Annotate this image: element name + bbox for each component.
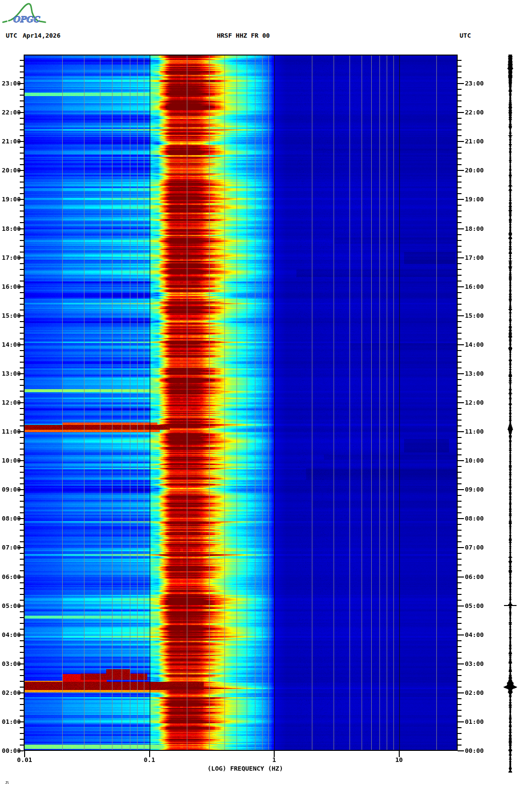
freq-tick-label-0.01: 0.01	[17, 756, 32, 763]
time-label-left-0300: 03:00	[1, 660, 21, 668]
time-label-left-0000: 00:00	[1, 747, 21, 755]
time-label-left-1900: 19:00	[1, 196, 21, 203]
time-label-right-1000: 10:00	[465, 457, 484, 465]
time-label-right-2300: 23:00	[465, 80, 484, 87]
time-label-left-2300: 23:00	[1, 80, 21, 87]
time-label-left-1300: 13:00	[1, 370, 21, 378]
time-label-right-1100: 11:00	[465, 428, 484, 436]
time-label-left-0600: 06:00	[1, 573, 21, 581]
time-label-right-2000: 20:00	[465, 167, 484, 174]
time-label-right-0700: 07:00	[465, 544, 484, 551]
time-label-right-2100: 21:00	[465, 138, 484, 145]
time-label-right-1500: 15:00	[465, 312, 484, 320]
time-label-right-0300: 03:00	[465, 660, 484, 668]
time-label-right-1700: 17:00	[465, 254, 484, 262]
time-label-left-0100: 01:00	[1, 718, 21, 726]
time-label-right-2200: 22:00	[465, 109, 484, 116]
time-label-left-1400: 14:00	[1, 341, 21, 349]
freq-tick-label-10: 10	[395, 756, 403, 763]
time-label-left-1600: 16:00	[1, 283, 21, 291]
time-label-left-1800: 18:00	[1, 225, 21, 233]
time-label-right-1200: 12:00	[465, 399, 484, 407]
time-label-left-0700: 07:00	[1, 544, 21, 551]
x-axis-title: (LOG) FREQUENCY (HZ)	[208, 765, 283, 772]
time-label-right-0000: 00:00	[465, 747, 484, 755]
time-label-right-1400: 14:00	[465, 341, 484, 349]
time-label-left-0400: 04:00	[1, 631, 21, 639]
time-label-left-0500: 05:00	[1, 602, 21, 610]
time-label-right-1300: 13:00	[465, 370, 484, 378]
freq-tick-label-0.1: 0.1	[144, 756, 155, 763]
time-label-left-1700: 17:00	[1, 254, 21, 262]
corner-mark: Jl	[5, 781, 9, 784]
time-label-right-0100: 01:00	[465, 718, 484, 726]
time-label-right-1600: 16:00	[465, 283, 484, 291]
time-label-right-0900: 09:00	[465, 486, 484, 493]
time-label-right-0200: 02:00	[465, 689, 484, 697]
time-label-right-0500: 05:00	[465, 602, 484, 610]
time-label-left-1200: 12:00	[1, 399, 21, 407]
time-label-right-0600: 06:00	[465, 573, 484, 581]
seismogram-trace-canvas	[495, 55, 526, 773]
freq-tick-label-1: 1	[272, 756, 276, 763]
axes-ticks-canvas	[0, 0, 532, 789]
time-label-left-0800: 08:00	[1, 515, 21, 522]
time-label-right-1800: 18:00	[465, 225, 484, 233]
time-label-left-2100: 21:00	[1, 138, 21, 145]
time-label-right-0800: 08:00	[465, 515, 484, 522]
time-label-left-2200: 22:00	[1, 109, 21, 116]
time-label-right-0400: 04:00	[465, 631, 484, 639]
time-label-left-0200: 02:00	[1, 689, 21, 697]
page: OPGC UTC Apr14,2026 HRSF HHZ FR 00 UTC 0…	[0, 0, 532, 789]
time-label-left-0900: 09:00	[1, 486, 21, 493]
time-label-left-1500: 15:00	[1, 312, 21, 320]
time-label-right-1900: 19:00	[465, 196, 484, 203]
time-label-left-1100: 11:00	[1, 428, 21, 436]
time-label-left-1000: 10:00	[1, 457, 21, 465]
time-label-left-2000: 20:00	[1, 167, 21, 174]
